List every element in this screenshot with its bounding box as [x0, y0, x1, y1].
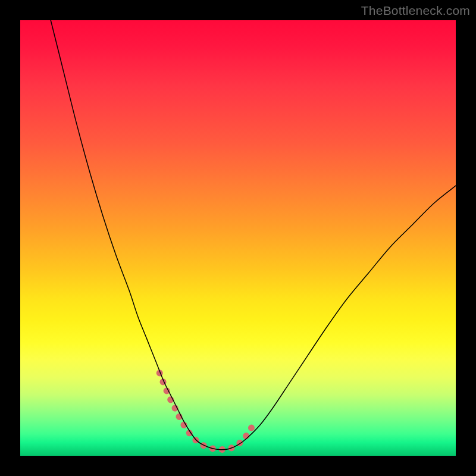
black-curve-group	[51, 20, 456, 450]
watermark-text: TheBottleneck.com	[361, 4, 470, 18]
plot-area	[20, 20, 456, 456]
black-curve-path	[51, 20, 456, 450]
chart-frame: TheBottleneck.com	[0, 0, 476, 476]
pink-highlight-group	[159, 373, 255, 450]
curve-layer	[20, 20, 456, 456]
pink-highlight-path	[159, 373, 255, 450]
